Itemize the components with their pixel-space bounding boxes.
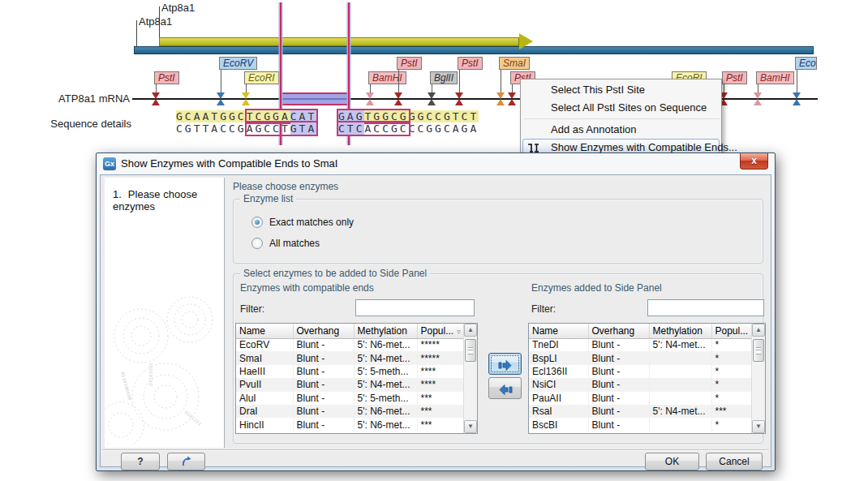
watermark-spiral: 0110100100 10010110 0101101	[105, 291, 225, 445]
table-row[interactable]: DraIBlunt -5': N6-met...***	[236, 405, 465, 418]
enzyme-site-label[interactable]: PstI	[397, 57, 422, 70]
scrollbar-vertical[interactable]	[463, 324, 477, 433]
table-row[interactable]: PauAIIBlunt -*	[529, 392, 753, 405]
table-row[interactable]: HaeIIIBlunt -5': 5-meth...****	[236, 365, 465, 378]
scrollbar-down-icon[interactable]	[752, 420, 765, 433]
scrollbar-up-icon[interactable]	[464, 324, 477, 337]
radio-exact-matches[interactable]: Exact matches only	[251, 216, 354, 228]
menu-item-select-all-sites[interactable]: Select All PstI Sites on Sequence	[522, 99, 720, 117]
table-row[interactable]: BscBIBlunt -*	[529, 418, 753, 431]
cut-site-marker-icon[interactable]	[754, 92, 762, 105]
filter-label: Filter:	[240, 303, 264, 315]
table-cell: 5': N6-met...	[354, 418, 417, 431]
reset-button[interactable]	[167, 453, 205, 470]
sequence-details-label: Sequence details	[30, 118, 131, 130]
cut-site-marker-icon[interactable]	[793, 92, 801, 105]
radio-all-matches[interactable]: All matches	[251, 237, 320, 249]
enzyme-site-label[interactable]: PstI	[154, 71, 179, 84]
scrollbar-down-icon[interactable]	[464, 420, 477, 433]
table-row[interactable]: TneDIBlunt -5': N4-met...*	[529, 338, 753, 351]
enzyme-site-label[interactable]: PstI	[458, 57, 483, 70]
mrna-annotation-arrow[interactable]	[159, 37, 519, 46]
column-header-popularity[interactable]: Popul...	[711, 324, 753, 338]
sequence-text: AGCCT	[247, 122, 290, 135]
enzyme-site-label[interactable]: SmaI	[499, 57, 530, 70]
table-row[interactable]: NsiCIBlunt -*	[529, 378, 753, 391]
table-row[interactable]: BspLIBlunt -*	[529, 351, 753, 364]
column-header-overhang[interactable]: Overhang	[588, 324, 649, 338]
enzyme-site-label[interactable]: EcoRI	[244, 71, 279, 84]
gene-annotation-bar[interactable]	[134, 46, 814, 54]
cut-site-marker-icon[interactable]	[508, 92, 516, 105]
cut-site-marker-icon[interactable]	[152, 92, 160, 105]
table-row[interactable]: PvuIIBlunt -5': N4-met...****	[236, 378, 465, 391]
column-header-name[interactable]: Name	[236, 324, 293, 338]
site-stem	[221, 70, 221, 94]
cut-site-marker-icon[interactable]	[394, 92, 402, 105]
column-header-name[interactable]: Name	[529, 324, 588, 338]
scrollbar-thumb[interactable]	[753, 339, 764, 362]
table-row[interactable]: SmaIBlunt -5': N4-met...*****	[236, 351, 465, 364]
menu-item-label: Add as Annotation	[551, 123, 637, 135]
enzyme-site-label[interactable]: EcoRV	[219, 57, 257, 70]
cut-site-marker-icon[interactable]	[366, 92, 374, 105]
table-row[interactable]: AluIBlunt -5': 5-meth...***	[236, 392, 465, 405]
radio-selected-icon[interactable]	[251, 217, 263, 228]
menu-item-label: Select This PstI Site	[551, 84, 645, 96]
cut-site-marker-icon[interactable]	[455, 92, 463, 105]
add-enzyme-button[interactable]	[488, 353, 522, 375]
strand-bottom[interactable]: CGTTACCGAGCCTGTA	[176, 122, 316, 135]
column-header-methylation[interactable]: Methylation	[354, 324, 417, 338]
ok-button[interactable]: OK	[645, 453, 699, 470]
enzyme-site-label[interactable]: Eco	[795, 57, 817, 70]
table-cell: 5': N6-met...	[354, 405, 417, 418]
enzyme-site-label[interactable]: PstI	[722, 71, 747, 84]
cut-site-marker-icon[interactable]	[242, 92, 250, 105]
scrollbar-thumb[interactable]	[465, 339, 476, 362]
cancel-button[interactable]: Cancel	[706, 453, 763, 470]
menu-item-add-as-annotation[interactable]: Add as Annotation	[522, 121, 720, 139]
svg-text:10010110: 10010110	[148, 363, 153, 386]
enzyme-site-label[interactable]: BamHI	[756, 71, 794, 84]
sequence-block[interactable]: GAGTGGCGGGCCGTCTCTCACCGCCCGGCAGA	[338, 110, 479, 135]
table-cell: Blunt -	[293, 405, 354, 418]
column-header-overhang[interactable]: Overhang	[293, 324, 354, 338]
selection-band[interactable]	[281, 92, 350, 105]
svg-text:0101101: 0101101	[183, 410, 203, 427]
cut-site-marker-icon[interactable]	[217, 92, 225, 105]
table-cell: Blunt -	[293, 338, 354, 351]
table-cell: *****	[417, 351, 465, 364]
help-button[interactable]: ?	[121, 453, 160, 470]
table-cell: HaeIII	[236, 365, 293, 378]
table-row[interactable]: Ecl136IIBlunt -*	[529, 365, 753, 378]
enzyme-site-label[interactable]: BglII	[430, 71, 458, 84]
group-label: Enzyme list	[240, 193, 296, 204]
dialog-titlebar[interactable]: Gx Show Enzymes with Compatible Ends to …	[97, 153, 775, 174]
sequence-segment: GGCCGTCT	[409, 110, 479, 122]
scrollbar-up-icon[interactable]	[752, 324, 765, 337]
table-cell: Blunt -	[293, 365, 354, 378]
column-header-methylation[interactable]: Methylation	[649, 324, 711, 338]
table-row[interactable]: HincIIBlunt -5': N6-met...***	[236, 418, 465, 431]
radio-unselected-icon[interactable]	[251, 238, 263, 249]
cut-site-marker-icon[interactable]	[428, 92, 436, 105]
table-cell: *	[711, 392, 753, 405]
column-header-popularity[interactable]: Popul...	[417, 324, 465, 338]
filter-input-right[interactable]	[647, 299, 764, 316]
scrollbar-vertical[interactable]	[751, 324, 765, 433]
close-button[interactable]: x	[740, 153, 768, 170]
enzyme-site-label[interactable]: BamHI	[368, 71, 406, 84]
gene-label: Atp8a1	[161, 2, 195, 14]
cut-site-marker-icon[interactable]	[496, 92, 505, 105]
table-cell: AluI	[236, 392, 293, 405]
strand-bottom[interactable]: CTCACCGCCCGGCAGA	[338, 122, 479, 135]
table-cell: RsaI	[529, 405, 588, 418]
menu-item-select-this-site[interactable]: Select This PstI Site	[522, 81, 720, 99]
table-row[interactable]: EcoRVBlunt -5': N6-met...*****	[236, 338, 465, 351]
filter-input-left[interactable]	[355, 299, 475, 316]
table-row[interactable]: RsaIBlunt -5': N4-met...***	[529, 405, 753, 418]
step-number: 1.	[113, 188, 122, 200]
site-stem	[459, 70, 460, 94]
sequence-block[interactable]: GCAATGGCTCGGACATCGTTACCGAGCCTGTA	[176, 110, 316, 135]
remove-enzyme-button[interactable]	[488, 377, 522, 399]
